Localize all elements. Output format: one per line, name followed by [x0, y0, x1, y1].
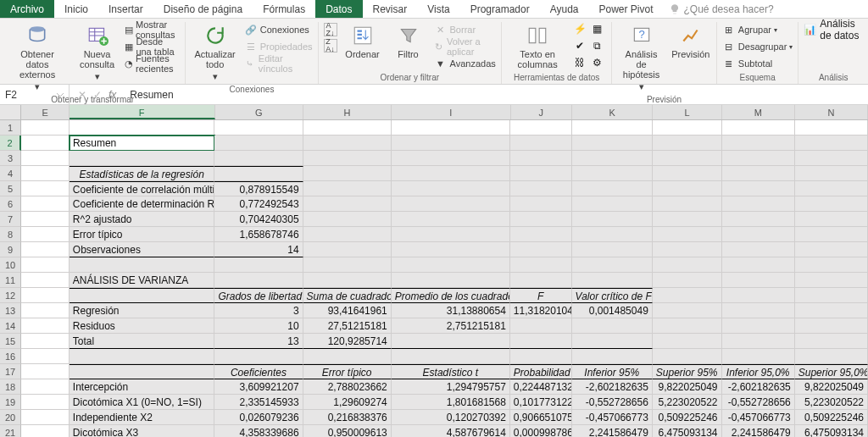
cell[interactable]: [572, 257, 653, 273]
cell[interactable]: 27,51215181: [303, 318, 392, 334]
cell[interactable]: [392, 166, 510, 181]
cell[interactable]: [70, 257, 215, 273]
cell[interactable]: 5,223020522: [795, 395, 868, 410]
cell[interactable]: -0,552728656: [572, 395, 653, 410]
cell[interactable]: [303, 181, 392, 196]
cell[interactable]: [572, 120, 653, 136]
cell[interactable]: [510, 196, 572, 212]
cell[interactable]: [21, 151, 70, 166]
cell[interactable]: [722, 318, 795, 334]
cell[interactable]: [653, 166, 722, 181]
cell[interactable]: [510, 212, 572, 227]
cell[interactable]: [572, 334, 653, 349]
tab-view[interactable]: Vista: [417, 0, 459, 18]
cell[interactable]: [795, 273, 868, 288]
relationships-icon[interactable]: ⛓: [573, 56, 587, 69]
recent-sources-button[interactable]: ◔Fuentes recientes: [125, 56, 180, 71]
cell[interactable]: Promedio de los cuadrados: [392, 288, 510, 303]
cell[interactable]: Dicotómica X1 (0=NO, 1=SI): [70, 395, 215, 410]
cell[interactable]: [21, 318, 70, 334]
formula-input[interactable]: Resumen: [125, 89, 868, 101]
cell[interactable]: 0,509225246: [795, 410, 868, 425]
col-header[interactable]: J: [511, 105, 573, 119]
cell[interactable]: [214, 257, 303, 273]
cell[interactable]: [70, 288, 215, 303]
cell[interactable]: [303, 257, 392, 273]
cell[interactable]: [392, 196, 510, 212]
cell[interactable]: [795, 288, 868, 303]
cell[interactable]: [722, 273, 795, 288]
cell[interactable]: 120,9285714: [303, 334, 392, 349]
cell[interactable]: [21, 242, 70, 257]
text-to-columns-button[interactable]: Texto en columnas: [507, 22, 568, 71]
cell[interactable]: [510, 227, 572, 242]
manage-model-icon[interactable]: ⚙: [590, 56, 604, 69]
cell[interactable]: [303, 136, 392, 151]
cell[interactable]: [795, 120, 868, 136]
cell[interactable]: [653, 257, 722, 273]
cell[interactable]: [214, 120, 303, 136]
cell[interactable]: [572, 273, 653, 288]
ungroup-button[interactable]: ⊟Desagrupar ▾: [722, 39, 793, 54]
col-header[interactable]: F: [70, 105, 215, 119]
cell[interactable]: 0,001485049: [572, 303, 653, 318]
cell[interactable]: 0,509225246: [653, 410, 722, 425]
col-header[interactable]: I: [392, 105, 510, 119]
row-header[interactable]: 19: [0, 395, 21, 410]
cell[interactable]: [510, 136, 572, 151]
cell[interactable]: [722, 303, 795, 318]
cell[interactable]: [653, 151, 722, 166]
cell[interactable]: [214, 151, 303, 166]
cell[interactable]: [21, 288, 70, 303]
col-header[interactable]: M: [722, 105, 795, 119]
cell[interactable]: [21, 212, 70, 227]
cell[interactable]: [572, 318, 653, 334]
row-header[interactable]: 16: [0, 349, 21, 364]
subtotal-button[interactable]: ≣Subtotal: [722, 56, 793, 71]
cell[interactable]: [795, 136, 868, 151]
cell[interactable]: Coeficientes: [214, 364, 303, 379]
cell[interactable]: [572, 151, 653, 166]
new-query-button[interactable]: Nueva consulta▾: [75, 22, 120, 83]
cell[interactable]: [653, 334, 722, 349]
cell[interactable]: [795, 181, 868, 196]
cell[interactable]: 2,335145933: [214, 395, 303, 410]
cell[interactable]: [510, 257, 572, 273]
tab-help[interactable]: Ayuda: [540, 0, 589, 18]
cell[interactable]: [392, 257, 510, 273]
cell[interactable]: [70, 151, 215, 166]
cell[interactable]: [303, 151, 392, 166]
tab-home[interactable]: Inicio: [54, 0, 98, 18]
cell[interactable]: 2,241586479: [572, 425, 653, 437]
filter-button[interactable]: Filtro: [388, 22, 429, 61]
cell[interactable]: [572, 181, 653, 196]
cell[interactable]: [21, 303, 70, 318]
cell[interactable]: Estadísticas de la regresión: [70, 166, 215, 181]
properties-button[interactable]: ☰Propiedades: [244, 39, 313, 54]
cell[interactable]: Regresión: [70, 303, 215, 318]
advanced-filter-button[interactable]: ▼Avanzadas: [434, 56, 497, 71]
tab-file[interactable]: Archivo: [0, 0, 54, 18]
cell[interactable]: [572, 349, 653, 364]
cell[interactable]: 14: [214, 242, 303, 257]
cell[interactable]: 9,822025049: [653, 379, 722, 395]
cell[interactable]: [21, 181, 70, 196]
cell[interactable]: Total: [70, 334, 215, 349]
cell[interactable]: 11,31820104: [510, 303, 572, 318]
cell[interactable]: [653, 318, 722, 334]
cell[interactable]: 3: [214, 303, 303, 318]
cell[interactable]: [392, 349, 510, 364]
cell[interactable]: [70, 349, 215, 364]
tab-powerpivot[interactable]: Power Pivot: [589, 0, 664, 18]
sort-desc-button[interactable]: ZA↓: [324, 38, 337, 53]
cell[interactable]: [572, 136, 653, 151]
cell[interactable]: [572, 212, 653, 227]
cell[interactable]: [795, 212, 868, 227]
tab-insert[interactable]: Insertar: [98, 0, 153, 18]
cell[interactable]: [722, 349, 795, 364]
cell[interactable]: [795, 303, 868, 318]
cell[interactable]: [510, 273, 572, 288]
cell[interactable]: [722, 166, 795, 181]
cell[interactable]: [653, 273, 722, 288]
cell[interactable]: [653, 212, 722, 227]
